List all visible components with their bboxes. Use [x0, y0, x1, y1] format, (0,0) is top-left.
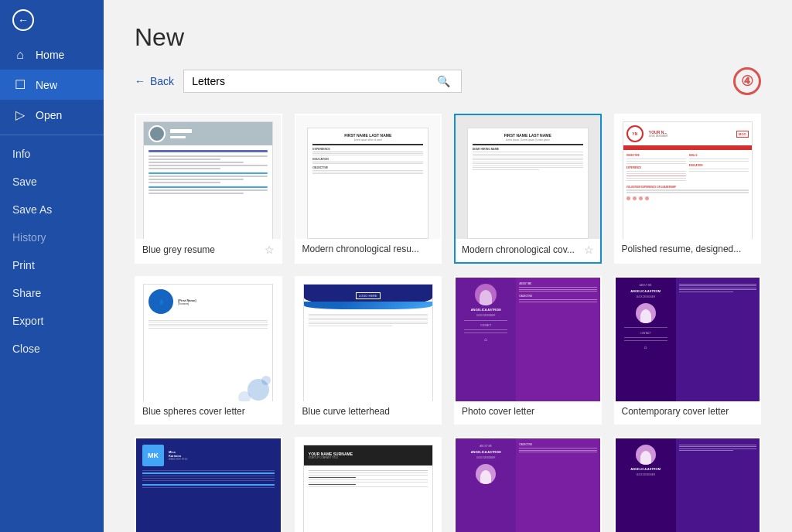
template-preview: MK MissKarimon DIRECTOR TITLE [136, 438, 281, 532]
search-row: ← Back 🔍 ④ [135, 67, 761, 95]
template-thumb: MK MissKarimon DIRECTOR TITLE [136, 438, 281, 532]
template-preview: 👤 [First Name] [Surname] [143, 284, 273, 401]
template-card-modern-cover[interactable]: FIRST NAME LAST NAME Lorem Ipsum | Lorem… [454, 114, 602, 264]
template-card-photo-cover[interactable]: ANGELICA ASTROM UI/UX DESIGNER CONTACT ⌂… [454, 276, 602, 425]
yn-circle: YN [626, 125, 644, 142]
template-card-blue-grey-resume[interactable]: Blue grey resume ☆ [135, 114, 282, 264]
back-arrow-icon: ← [135, 75, 145, 87]
template-preview [143, 121, 273, 239]
template-card-polished-resume[interactable]: YN YOUR N... UI/UX DESIGNER MOO OBJECTIV… [614, 114, 762, 264]
search-input[interactable] [192, 75, 434, 87]
sidebar-item-home[interactable]: ⌂ Home [0, 40, 104, 70]
sidebar-item-export[interactable]: Export [0, 307, 104, 335]
template-card-blue-spheres[interactable]: 👤 [First Name] [Surname] [135, 276, 282, 425]
template-thumb: 👤 [First Name] [Surname] [136, 278, 281, 401]
close-label: Close [12, 343, 40, 355]
template-label: Blue spheres cover letter [142, 406, 275, 417]
new-icon: ☐ [12, 77, 28, 92]
print-label: Print [12, 259, 35, 271]
template-card-yourname[interactable]: YOUR NAME SURNAME STARTUP COMPANY TITLE [295, 437, 442, 532]
template-thumb: ABOUT ME ANGELICA ASTROM UI/UX DESIGNER … [616, 278, 760, 401]
history-label: History [12, 231, 46, 244]
sidebar-new-label: New [36, 79, 57, 91]
search-box: 🔍 [183, 70, 462, 93]
template-thumb: ANGELICA ASTROM UI/UX DESIGNER [616, 438, 760, 532]
template-label: Polished resume, designed... [622, 244, 754, 254]
sidebar-item-save[interactable]: Save [0, 168, 104, 196]
sidebar-item-print[interactable]: Print [0, 251, 104, 279]
template-card-blue-curve[interactable]: LOGO HERE Blue curve letterhead [295, 276, 442, 425]
save-as-label: Save As [12, 203, 52, 216]
template-card-contemporary-cover-2[interactable]: ANGELICA ASTROM UI/UX DESIGNER Contempor… [614, 437, 762, 532]
sidebar-divider [0, 135, 104, 135]
template-preview: FIRST NAME LAST NAME Lorem Ipsum | Lorem… [467, 128, 589, 239]
home-icon: ⌂ [12, 48, 28, 62]
template-card-mk[interactable]: MK MissKarimon DIRECTOR TITLE [135, 437, 282, 532]
template-label-row: Blue spheres cover letter [136, 401, 281, 423]
template-label-row: Modern chronological resu... [296, 239, 441, 261]
template-label: Blue curve letterhead [302, 406, 435, 417]
template-thumb: FIRST NAME LAST NAME Lorem Ipsum | Lorem… [456, 115, 600, 239]
template-label: Modern chronological resu... [302, 244, 435, 254]
template-label-row: Blue curve letterhead [296, 401, 441, 423]
template-label-row: Photo cover letter [456, 401, 600, 423]
back-text: Back [150, 75, 174, 87]
template-preview: LOGO HERE [303, 284, 433, 401]
template-thumb: ANGELICA ASTROM UI/UX DESIGNER CONTACT ⌂… [456, 278, 600, 401]
template-preview: FIRST NAME LAST NAME Lorem ipsum dolor s… [307, 128, 428, 239]
template-label: Contemporary cover letter [622, 406, 754, 417]
save-label: Save [12, 176, 37, 188]
sidebar-item-info[interactable]: Info [0, 140, 104, 168]
sidebar-item-share[interactable]: Share [0, 279, 104, 307]
star-icon[interactable]: ☆ [584, 244, 594, 256]
template-preview: ABOUT ME ANGELICA ASTROM UI/UX DESIGNER … [456, 438, 600, 532]
info-label: Info [12, 148, 30, 160]
sidebar-item-new[interactable]: ☐ New [0, 70, 104, 100]
template-preview: ANGELICA ASTROM UI/UX DESIGNER CONTACT ⌂… [456, 278, 600, 401]
template-thumb: FIRST NAME LAST NAME Lorem ipsum dolor s… [296, 115, 441, 239]
main-content: New ← Back 🔍 ④ [104, 0, 792, 532]
template-label: Modern chronological cov... [462, 244, 584, 255]
template-label-row: Polished resume, designed... [616, 239, 760, 261]
open-icon: ▷ [12, 107, 28, 122]
search-back-button[interactable]: ← Back [135, 75, 174, 87]
sidebar: ← ⌂ Home ☐ New ▷ Open Info Save Save As … [0, 0, 104, 532]
template-label: Photo cover letter [462, 406, 594, 417]
avatar [148, 125, 166, 142]
annotation-circle: ④ [733, 67, 761, 95]
template-preview: YN YOUR N... UI/UX DESIGNER MOO OBJECTIV… [623, 121, 753, 239]
sidebar-home-label: Home [36, 49, 64, 61]
annotation-number: ④ [741, 73, 753, 90]
template-preview: ANGELICA ASTROM UI/UX DESIGNER [616, 438, 760, 532]
template-thumb: YN YOUR N... UI/UX DESIGNER MOO OBJECTIV… [616, 115, 760, 239]
template-label: Blue grey resume [142, 244, 265, 255]
template-card-photo-cover-2[interactable]: ABOUT ME ANGELICA ASTROM UI/UX DESIGNER … [454, 437, 602, 532]
page-title: New [135, 23, 761, 52]
sidebar-item-close[interactable]: Close [0, 335, 104, 363]
template-label-row: Blue grey resume ☆ [136, 239, 281, 262]
template-grid: Blue grey resume ☆ FIRST NAME LAST NAME … [135, 114, 761, 532]
template-thumb: YOUR NAME SURNAME STARTUP COMPANY TITLE [296, 438, 441, 532]
template-thumb [136, 115, 281, 239]
template-thumb: ABOUT ME ANGELICA ASTROM UI/UX DESIGNER … [456, 438, 600, 532]
template-label-row: Modern chronological cov... ☆ [456, 239, 600, 262]
sidebar-item-save-as[interactable]: Save As [0, 196, 104, 223]
sidebar-open-label: Open [36, 109, 62, 121]
share-label: Share [12, 287, 41, 299]
export-label: Export [12, 315, 43, 327]
template-preview: YOUR NAME SURNAME STARTUP COMPANY TITLE [303, 445, 433, 532]
template-label-row: Contemporary cover letter [616, 401, 760, 423]
template-card-modern-resume[interactable]: FIRST NAME LAST NAME Lorem ipsum dolor s… [295, 114, 442, 264]
star-icon[interactable]: ☆ [265, 244, 275, 256]
template-card-contemporary-cover[interactable]: ABOUT ME ANGELICA ASTROM UI/UX DESIGNER … [614, 276, 762, 425]
template-thumb: LOGO HERE [296, 278, 441, 401]
back-button[interactable]: ← [0, 0, 104, 40]
sidebar-item-open[interactable]: ▷ Open [0, 100, 104, 130]
template-preview: ABOUT ME ANGELICA ASTROM UI/UX DESIGNER … [616, 278, 760, 401]
search-button[interactable]: 🔍 [434, 75, 453, 87]
sidebar-item-history[interactable]: History [0, 223, 104, 251]
back-circle-icon: ← [12, 9, 34, 31]
